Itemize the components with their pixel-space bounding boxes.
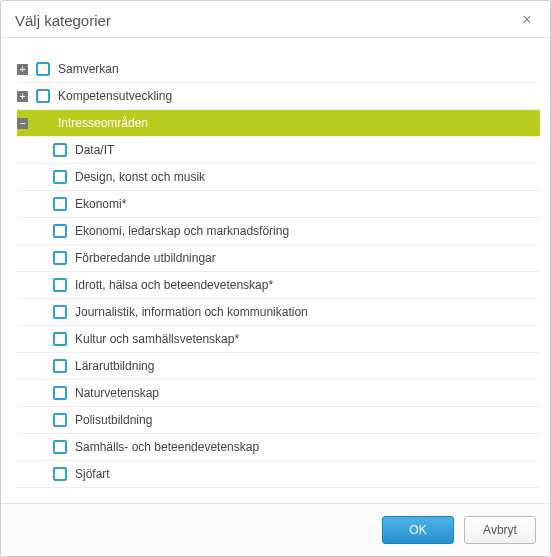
dialog-header: Välj kategorier × xyxy=(1,1,550,38)
checkbox[interactable] xyxy=(53,359,67,373)
tree-row[interactable]: Journalistik, information och kommunikat… xyxy=(17,299,540,326)
tree-row[interactable]: Naturvetenskap xyxy=(17,380,540,407)
tree-row[interactable]: +Samverkan xyxy=(17,56,540,83)
tree-item-label: Förberedande utbildningar xyxy=(75,251,216,265)
tree-row[interactable]: +Kompetensutveckling xyxy=(17,83,540,110)
tree-row[interactable]: Data/IT xyxy=(17,137,540,164)
tree-row[interactable]: Idrott, hälsa och beteendevetenskap* xyxy=(17,272,540,299)
ok-button[interactable]: OK xyxy=(382,516,454,544)
dialog-title: Välj kategorier xyxy=(15,12,111,29)
checkbox[interactable] xyxy=(53,440,67,454)
checkbox[interactable] xyxy=(53,278,67,292)
checkbox[interactable] xyxy=(53,386,67,400)
tree-item-label: Journalistik, information och kommunikat… xyxy=(75,305,308,319)
tree-item-label: Ekonomi, ledarskap och marknadsföring xyxy=(75,224,289,238)
expand-icon[interactable]: + xyxy=(17,64,28,75)
collapse-icon[interactable]: − xyxy=(17,118,28,129)
tree-item-label: Samhälls- och beteendevetenskap xyxy=(75,440,259,454)
tree-row[interactable]: Kultur och samhällsvetenskap* xyxy=(17,326,540,353)
checkbox[interactable] xyxy=(36,62,50,76)
checkbox-spacer xyxy=(36,116,50,130)
checkbox[interactable] xyxy=(53,251,67,265)
cancel-button[interactable]: Avbryt xyxy=(464,516,536,544)
dialog-footer: OK Avbryt xyxy=(1,503,550,556)
tree-row[interactable]: Ekonomi, ledarskap och marknadsföring xyxy=(17,218,540,245)
tree-item-label: Polisutbildning xyxy=(75,413,152,427)
close-icon: × xyxy=(522,12,531,28)
checkbox[interactable] xyxy=(53,197,67,211)
tree-item-label: Sjöfart xyxy=(75,467,110,481)
tree-row[interactable]: Sjöfart xyxy=(17,461,540,488)
tree-item-label: Naturvetenskap xyxy=(75,386,159,400)
tree-row[interactable]: Design, konst och musik xyxy=(17,164,540,191)
tree-item-label: Idrott, hälsa och beteendevetenskap* xyxy=(75,278,273,292)
checkbox[interactable] xyxy=(53,224,67,238)
tree-item-label: Samverkan xyxy=(58,62,119,76)
tree-item-label: Intresseområden xyxy=(58,116,148,130)
tree-row[interactable]: Lärarutbildning xyxy=(17,353,540,380)
tree-item-label: Data/IT xyxy=(75,143,114,157)
checkbox[interactable] xyxy=(53,467,67,481)
checkbox[interactable] xyxy=(53,413,67,427)
tree-row[interactable]: Ekonomi* xyxy=(17,191,540,218)
tree-item-label: Design, konst och musik xyxy=(75,170,205,184)
tree-item-label: Kompetensutveckling xyxy=(58,89,172,103)
tree-row[interactable]: Samhälls- och beteendevetenskap xyxy=(17,434,540,461)
expand-icon[interactable]: + xyxy=(17,91,28,102)
tree-row[interactable]: Polisutbildning xyxy=(17,407,540,434)
dialog-body[interactable]: +Samverkan+Kompetensutveckling−Intresseo… xyxy=(1,38,550,503)
checkbox[interactable] xyxy=(53,143,67,157)
tree-row[interactable]: Förberedande utbildningar xyxy=(17,245,540,272)
tree-row[interactable]: −Intresseområden xyxy=(17,110,540,137)
checkbox[interactable] xyxy=(53,332,67,346)
category-dialog: Välj kategorier × +Samverkan+Kompetensut… xyxy=(0,0,551,557)
tree-item-label: Kultur och samhällsvetenskap* xyxy=(75,332,239,346)
checkbox[interactable] xyxy=(36,89,50,103)
checkbox[interactable] xyxy=(53,305,67,319)
checkbox[interactable] xyxy=(53,170,67,184)
tree-item-label: Ekonomi* xyxy=(75,197,126,211)
tree-item-label: Lärarutbildning xyxy=(75,359,154,373)
category-tree: +Samverkan+Kompetensutveckling−Intresseo… xyxy=(17,56,540,488)
close-button[interactable]: × xyxy=(518,11,536,29)
